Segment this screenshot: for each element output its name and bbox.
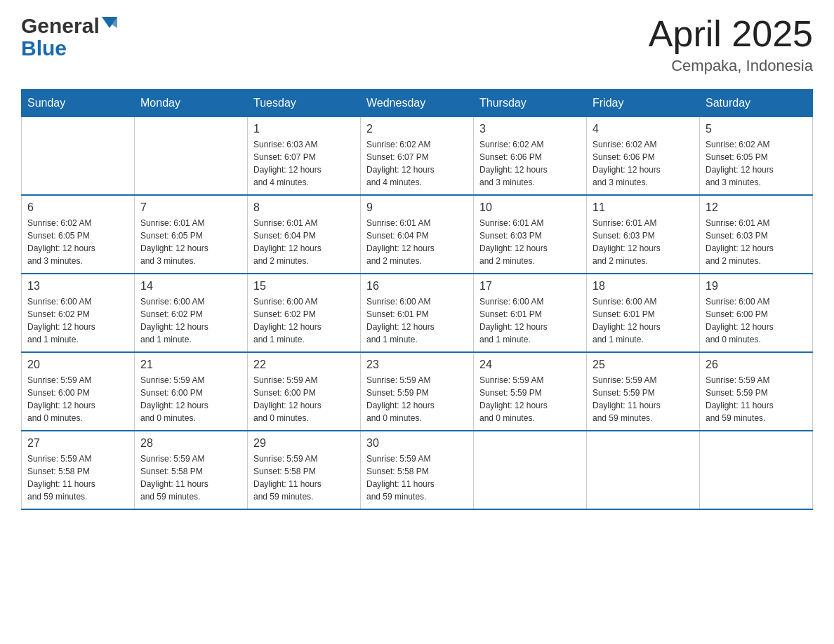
day-number: 11 (593, 201, 694, 214)
day-number: 3 (479, 123, 581, 135)
table-row: 25Sunrise: 5:59 AMSunset: 5:59 PMDayligh… (587, 352, 700, 431)
logo-blue-text: Blue (21, 36, 67, 60)
header-tuesday: Tuesday (248, 90, 361, 117)
day-info: Sunrise: 5:59 AMSunset: 5:58 PMDaylight:… (253, 452, 355, 503)
calendar-header-row: Sunday Monday Tuesday Wednesday Thursday… (22, 90, 813, 117)
day-info: Sunrise: 5:59 AMSunset: 6:00 PMDaylight:… (140, 374, 241, 424)
day-number: 20 (27, 358, 128, 371)
table-row (474, 431, 587, 509)
table-row (135, 117, 248, 196)
day-number: 15 (253, 280, 355, 293)
day-number: 5 (706, 123, 807, 135)
day-number: 2 (366, 123, 468, 135)
day-number: 25 (593, 358, 694, 371)
day-info: Sunrise: 6:00 AMSunset: 6:00 PMDaylight:… (706, 295, 807, 346)
day-number: 6 (27, 201, 128, 214)
table-row: 21Sunrise: 5:59 AMSunset: 6:00 PMDayligh… (135, 352, 248, 431)
day-info: Sunrise: 6:02 AMSunset: 6:06 PMDaylight:… (479, 138, 581, 189)
table-row: 28Sunrise: 5:59 AMSunset: 5:58 PMDayligh… (135, 431, 248, 509)
table-row (587, 431, 700, 509)
table-row: 3Sunrise: 6:02 AMSunset: 6:06 PMDaylight… (474, 117, 587, 196)
day-info: Sunrise: 6:00 AMSunset: 6:02 PMDaylight:… (27, 295, 128, 346)
day-number: 9 (366, 201, 468, 214)
table-row: 2Sunrise: 6:02 AMSunset: 6:07 PMDaylight… (361, 117, 474, 196)
day-number: 29 (253, 437, 355, 450)
day-info: Sunrise: 5:59 AMSunset: 5:59 PMDaylight:… (706, 374, 807, 424)
table-row: 11Sunrise: 6:01 AMSunset: 6:03 PMDayligh… (587, 195, 700, 274)
page-header: General Blue April 2025 Cempaka, Indones… (21, 14, 813, 75)
header-monday: Monday (135, 90, 248, 117)
day-number: 28 (140, 437, 241, 450)
table-row: 30Sunrise: 5:59 AMSunset: 5:58 PMDayligh… (361, 431, 474, 509)
day-info: Sunrise: 5:59 AMSunset: 5:59 PMDaylight:… (366, 374, 468, 424)
day-info: Sunrise: 6:01 AMSunset: 6:03 PMDaylight:… (706, 217, 807, 267)
table-row: 20Sunrise: 5:59 AMSunset: 6:00 PMDayligh… (22, 352, 135, 431)
table-row: 22Sunrise: 5:59 AMSunset: 6:00 PMDayligh… (248, 352, 361, 431)
table-row: 12Sunrise: 6:01 AMSunset: 6:03 PMDayligh… (700, 195, 813, 274)
table-row: 26Sunrise: 5:59 AMSunset: 5:59 PMDayligh… (700, 352, 813, 431)
title-section: April 2025 Cempaka, Indonesia (649, 14, 813, 75)
day-info: Sunrise: 6:01 AMSunset: 6:03 PMDaylight:… (593, 217, 694, 267)
table-row: 7Sunrise: 6:01 AMSunset: 6:05 PMDaylight… (135, 195, 248, 274)
table-row: 14Sunrise: 6:00 AMSunset: 6:02 PMDayligh… (135, 274, 248, 352)
day-info: Sunrise: 6:00 AMSunset: 6:02 PMDaylight:… (253, 295, 355, 346)
calendar-week-row: 20Sunrise: 5:59 AMSunset: 6:00 PMDayligh… (22, 352, 813, 431)
table-row: 19Sunrise: 6:00 AMSunset: 6:00 PMDayligh… (700, 274, 813, 352)
table-row: 17Sunrise: 6:00 AMSunset: 6:01 PMDayligh… (474, 274, 587, 352)
table-row: 24Sunrise: 5:59 AMSunset: 5:59 PMDayligh… (474, 352, 587, 431)
day-info: Sunrise: 6:00 AMSunset: 6:01 PMDaylight:… (479, 295, 581, 346)
table-row: 1Sunrise: 6:03 AMSunset: 6:07 PMDaylight… (248, 117, 361, 196)
day-number: 12 (706, 201, 807, 214)
table-row: 6Sunrise: 6:02 AMSunset: 6:05 PMDaylight… (22, 195, 135, 274)
table-row: 29Sunrise: 5:59 AMSunset: 5:58 PMDayligh… (248, 431, 361, 509)
calendar-week-row: 1Sunrise: 6:03 AMSunset: 6:07 PMDaylight… (22, 117, 813, 196)
day-number: 18 (593, 280, 694, 293)
day-info: Sunrise: 6:01 AMSunset: 6:05 PMDaylight:… (140, 217, 241, 267)
day-number: 13 (27, 280, 128, 293)
day-number: 24 (479, 358, 581, 371)
day-number: 8 (253, 201, 355, 214)
day-info: Sunrise: 6:02 AMSunset: 6:05 PMDaylight:… (27, 217, 128, 267)
day-number: 27 (27, 437, 128, 450)
header-wednesday: Wednesday (361, 90, 474, 117)
day-info: Sunrise: 5:59 AMSunset: 5:58 PMDaylight:… (27, 452, 128, 503)
day-number: 22 (253, 358, 355, 371)
table-row (22, 117, 135, 196)
header-thursday: Thursday (474, 90, 587, 117)
day-number: 10 (479, 201, 581, 214)
day-info: Sunrise: 5:59 AMSunset: 5:59 PMDaylight:… (593, 374, 694, 424)
calendar-week-row: 6Sunrise: 6:02 AMSunset: 6:05 PMDaylight… (22, 195, 813, 274)
day-info: Sunrise: 5:59 AMSunset: 5:58 PMDaylight:… (366, 452, 468, 503)
table-row: 18Sunrise: 6:00 AMSunset: 6:01 PMDayligh… (587, 274, 700, 352)
day-info: Sunrise: 6:03 AMSunset: 6:07 PMDaylight:… (253, 138, 355, 189)
table-row: 5Sunrise: 6:02 AMSunset: 6:05 PMDaylight… (700, 117, 813, 196)
calendar-title: April 2025 (649, 14, 813, 54)
day-number: 23 (366, 358, 468, 371)
calendar-week-row: 27Sunrise: 5:59 AMSunset: 5:58 PMDayligh… (22, 431, 813, 509)
day-number: 17 (479, 280, 581, 293)
day-number: 30 (366, 437, 468, 450)
header-saturday: Saturday (700, 90, 813, 117)
logo-general-text: General (21, 14, 100, 38)
day-info: Sunrise: 6:01 AMSunset: 6:03 PMDaylight:… (479, 217, 581, 267)
calendar-week-row: 13Sunrise: 6:00 AMSunset: 6:02 PMDayligh… (22, 274, 813, 352)
table-row: 8Sunrise: 6:01 AMSunset: 6:04 PMDaylight… (248, 195, 361, 274)
day-info: Sunrise: 5:59 AMSunset: 5:59 PMDaylight:… (479, 374, 581, 424)
day-info: Sunrise: 6:00 AMSunset: 6:02 PMDaylight:… (140, 295, 241, 346)
table-row: 23Sunrise: 5:59 AMSunset: 5:59 PMDayligh… (361, 352, 474, 431)
day-number: 1 (253, 123, 355, 135)
day-info: Sunrise: 6:02 AMSunset: 6:06 PMDaylight:… (593, 138, 694, 189)
day-info: Sunrise: 6:00 AMSunset: 6:01 PMDaylight:… (366, 295, 468, 346)
day-number: 7 (140, 201, 241, 214)
day-number: 19 (706, 280, 807, 293)
table-row: 9Sunrise: 6:01 AMSunset: 6:04 PMDaylight… (361, 195, 474, 274)
calendar-table: Sunday Monday Tuesday Wednesday Thursday… (21, 89, 813, 510)
day-info: Sunrise: 6:01 AMSunset: 6:04 PMDaylight:… (253, 217, 355, 267)
day-info: Sunrise: 6:01 AMSunset: 6:04 PMDaylight:… (366, 217, 468, 267)
day-number: 16 (366, 280, 468, 293)
logo: General Blue (21, 14, 117, 60)
table-row (700, 431, 813, 509)
table-row: 10Sunrise: 6:01 AMSunset: 6:03 PMDayligh… (474, 195, 587, 274)
day-info: Sunrise: 6:02 AMSunset: 6:05 PMDaylight:… (706, 138, 807, 189)
day-info: Sunrise: 6:00 AMSunset: 6:01 PMDaylight:… (593, 295, 694, 346)
